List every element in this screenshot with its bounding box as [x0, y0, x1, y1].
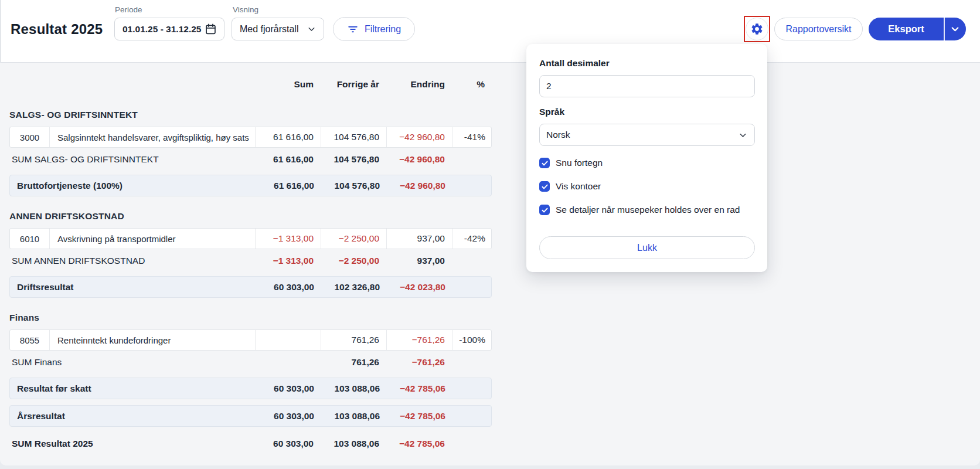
filter-button[interactable]: Filtrering	[333, 17, 415, 41]
checkbox-label: Snu fortegn	[556, 158, 603, 168]
decimals-value: 2	[546, 81, 552, 91]
period-date-input[interactable]: 01.01.25 - 31.12.25	[114, 18, 224, 40]
highlight-row: Bruttofortjeneste (100%) 61 616,00 104 5…	[9, 175, 492, 196]
close-popover-button[interactable]: Lukk	[539, 236, 755, 259]
gear-icon	[750, 22, 764, 36]
language-select[interactable]: Norsk	[539, 124, 755, 146]
settings-gear-button[interactable]	[746, 18, 768, 40]
checkbox-row-hover-details[interactable]: Se detaljer når musepeker holdes over en…	[539, 205, 755, 215]
cell-prev-year: 102 326,80	[321, 282, 387, 293]
checkbox-label: Se detaljer når musepeker holdes over en…	[556, 205, 740, 215]
highlight-row: Driftsresultat 60 303,00 102 326,80 −42 …	[9, 276, 492, 298]
reports-overview-label: Rapportoversikt	[785, 24, 851, 35]
calendar-icon	[205, 23, 217, 35]
account-row[interactable]: 6010 Avskrivning på transportmidler −1 3…	[9, 228, 492, 249]
filter-icon	[347, 23, 359, 35]
periode-label: Periode	[115, 5, 142, 14]
report-table: Sum Forrige år Endring % SALGS- OG DRIFT…	[9, 63, 492, 456]
cell-sum: 61 616,00	[256, 181, 321, 191]
cell-change: −761,26	[386, 357, 452, 368]
checkbox-label: Vis kontoer	[556, 181, 601, 192]
checkbox-checked-icon[interactable]	[539, 181, 550, 192]
highlight-row: Resultat før skatt 60 303,00 103 088,06 …	[9, 378, 492, 399]
export-split-button[interactable]: Eksport	[869, 18, 966, 40]
filter-button-label: Filtrering	[365, 24, 401, 35]
account-name: Renteinntekt kundefordringer	[50, 330, 256, 350]
cell-percent: -42%	[452, 229, 492, 249]
language-label: Språk	[539, 107, 755, 117]
cell-change: −42 960,80	[386, 154, 452, 165]
settings-popover: Antall desimaler 2 Språk Norsk Snu forte…	[526, 44, 767, 272]
decimals-input[interactable]: 2	[539, 75, 755, 97]
cell-change: −42 023,80	[387, 282, 452, 293]
page-title: Resultat 2025	[11, 21, 103, 38]
column-header-change: Endring	[386, 79, 452, 90]
checkbox-checked-icon[interactable]	[539, 158, 550, 168]
cell-sum: 60 303,00	[255, 439, 321, 449]
reports-overview-button[interactable]: Rapportoversikt	[774, 18, 863, 40]
visning-select[interactable]: Med fjorårstall	[232, 18, 324, 40]
checkbox-row-invert-sign[interactable]: Snu fortegn	[539, 158, 755, 168]
cell-change: −42 960,80	[387, 181, 452, 191]
visning-value: Med fjorårstall	[240, 24, 298, 35]
account-number: 3000	[10, 127, 50, 147]
period-date-value: 01.01.25 - 31.12.25	[122, 24, 201, 35]
highlight-row-label: Årsresultat	[10, 411, 256, 422]
cell-change: −42 785,06	[387, 383, 452, 394]
cell-prev-year: 103 088,06	[321, 383, 387, 394]
section-heading: ANNEN DRIFTSKOSTNAD	[9, 210, 492, 222]
sum-row: SUM Finans 761,26 −761,26	[9, 351, 492, 374]
account-name: Avskrivning på transportmidler	[50, 229, 256, 249]
highlight-row-label: Resultat før skatt	[10, 383, 256, 394]
export-button[interactable]: Eksport	[869, 18, 944, 40]
column-headers: Sum Forrige år Endring %	[9, 79, 492, 90]
account-row[interactable]: 8055 Renteinntekt kundefordringer 761,26…	[9, 329, 492, 351]
cell-prev-year: 104 576,80	[321, 181, 387, 191]
cell-prev-year: 103 088,06	[321, 439, 386, 449]
checkbox-checked-icon[interactable]	[539, 205, 550, 215]
column-header-prev-year: Forrige år	[321, 79, 386, 90]
cell-change: 937,00	[387, 229, 452, 249]
cell-change: −42 960,80	[387, 127, 452, 147]
highlight-row-label: Driftsresultat	[10, 282, 256, 293]
cell-percent: -100%	[452, 330, 492, 350]
sum-row-label: SUM Finans	[9, 357, 255, 368]
visning-label: Visning	[233, 5, 258, 14]
section-heading: Finans	[9, 312, 492, 323]
cell-sum: 60 303,00	[256, 411, 321, 422]
cell-percent: -41%	[452, 127, 492, 147]
cell-sum: −1 313,00	[255, 256, 321, 266]
cell-prev-year: 761,26	[321, 330, 387, 350]
checkbox-row-show-accounts[interactable]: Vis kontoer	[539, 181, 755, 192]
chevron-down-icon	[738, 130, 748, 140]
sum-row-label: SUM ANNEN DRIFTSKOSTNAD	[9, 256, 255, 266]
cell-prev-year: −2 250,00	[321, 256, 386, 266]
account-row[interactable]: 3000 Salgsinntekt handelsvarer, avgiftsp…	[9, 127, 492, 148]
cell-prev-year: 104 576,80	[321, 127, 387, 147]
highlight-row-label: Bruttofortjeneste (100%)	[10, 181, 256, 191]
cell-prev-year: 103 088,06	[321, 411, 387, 422]
chevron-down-icon	[307, 24, 317, 34]
chevron-down-icon	[950, 23, 961, 35]
total-row-label: SUM Resultat 2025	[9, 439, 255, 449]
total-row: SUM Resultat 2025 60 303,00 103 088,06 −…	[9, 432, 492, 456]
cell-sum	[256, 330, 321, 350]
account-number: 6010	[10, 229, 50, 249]
cell-sum: 60 303,00	[256, 383, 321, 394]
cell-change: −761,26	[387, 330, 452, 350]
section-heading: SALGS- OG DRIFTSINNTEKT	[9, 109, 492, 120]
cell-sum: −1 313,00	[256, 229, 321, 249]
language-value: Norsk	[546, 130, 570, 140]
sum-row: SUM ANNEN DRIFTSKOSTNAD −1 313,00 −2 250…	[9, 249, 492, 273]
cell-sum: 61 616,00	[256, 127, 321, 147]
column-header-sum: Sum	[255, 79, 321, 90]
sum-row: SUM SALGS- OG DRIFTSINNTEKT 61 616,00 10…	[9, 148, 492, 171]
cell-change: 937,00	[386, 256, 452, 266]
cell-sum: 60 303,00	[256, 282, 321, 293]
cell-prev-year: 761,26	[321, 357, 386, 368]
cell-change: −42 785,06	[386, 439, 452, 449]
cell-prev-year: −2 250,00	[321, 229, 387, 249]
account-name: Salgsinntekt handelsvarer, avgiftsplikti…	[50, 127, 256, 147]
column-header-percent: %	[452, 79, 492, 90]
export-dropdown-toggle[interactable]	[945, 18, 967, 40]
